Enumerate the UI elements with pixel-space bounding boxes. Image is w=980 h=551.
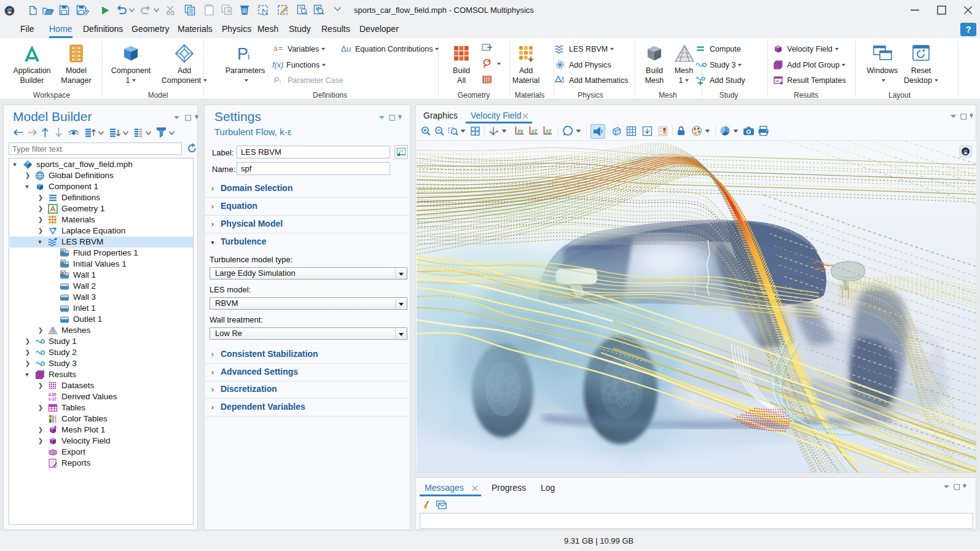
svg-text:8.85: 8.85: [49, 393, 57, 397]
svg-text:yz: yz: [531, 127, 538, 134]
svg-text:e-12: e-12: [49, 397, 57, 401]
svg-text:a: a: [273, 44, 278, 53]
svg-text:Δu: Δu: [341, 44, 351, 53]
svg-text:D: D: [61, 249, 65, 253]
svg-text:xy: xy: [517, 127, 523, 134]
svg-text:i: i: [248, 51, 249, 61]
svg-text:P: P: [274, 76, 280, 85]
svg-text:f(x): f(x): [272, 61, 283, 69]
svg-text:P: P: [237, 45, 248, 63]
svg-text:=: =: [278, 44, 283, 53]
svg-text:i: i: [280, 79, 281, 84]
svg-text:xz: xz: [546, 127, 552, 134]
svg-text:D: D: [61, 260, 65, 264]
svg-text:D: D: [61, 272, 65, 275]
